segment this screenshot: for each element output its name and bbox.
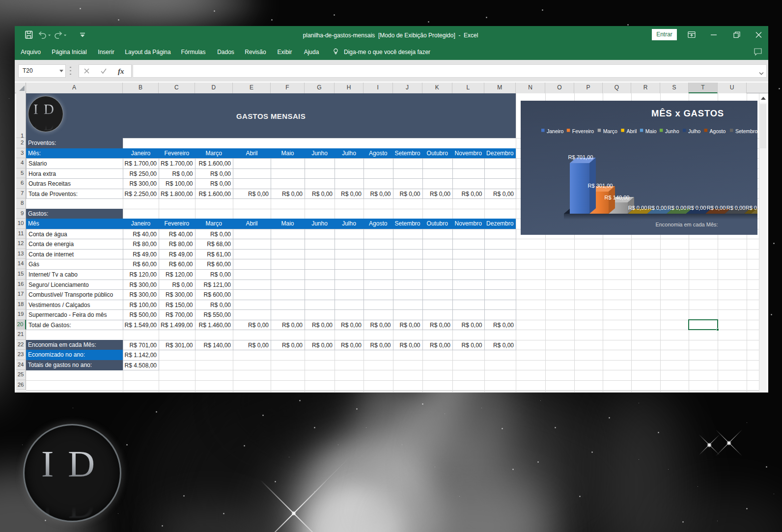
- svg-text:R$ 140,00: R$ 140,00: [605, 195, 630, 200]
- svg-text:fx: fx: [118, 67, 124, 75]
- svg-text:Maio: Maio: [645, 128, 657, 134]
- svg-text:Abril: Abril: [626, 128, 637, 134]
- svg-text:R$ 0,00: R$ 0,00: [668, 205, 687, 211]
- svg-text:Julho: Julho: [688, 128, 700, 134]
- svg-text:R$ 0,00: R$ 0,00: [687, 205, 706, 211]
- svg-text:Setembro: Setembro: [735, 128, 757, 134]
- svg-text:Agosto: Agosto: [710, 128, 726, 134]
- svg-text:R$ 301,00: R$ 301,00: [588, 183, 613, 189]
- svg-text:Enconomia em cada Mês:: Enconomia em cada Mês:: [655, 222, 718, 227]
- svg-text:R$ 0,00: R$ 0,00: [628, 205, 647, 211]
- svg-text:Fevereiro: Fevereiro: [572, 128, 594, 134]
- svg-text:R$ 0,00: R$ 0,00: [726, 205, 746, 211]
- svg-text:Janeiro: Janeiro: [547, 128, 564, 134]
- svg-text:MÊS x GASTOS: MÊS x GASTOS: [651, 108, 724, 118]
- svg-text:Junho: Junho: [665, 128, 679, 134]
- svg-text:R$ 0,00: R$ 0,00: [707, 205, 726, 211]
- svg-text:R$ 0,00: R$ 0,00: [746, 205, 757, 211]
- svg-text:R$ 0,00: R$ 0,00: [648, 205, 667, 211]
- svg-text:Março: Março: [603, 128, 617, 134]
- svg-text:R$ 701,00: R$ 701,00: [568, 154, 593, 160]
